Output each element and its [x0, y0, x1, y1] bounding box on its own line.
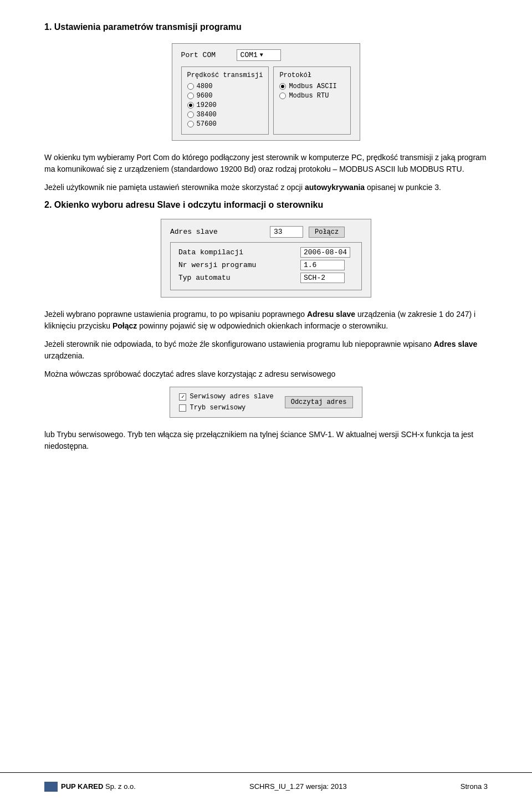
para2: Jeżeli użytkownik nie pamięta ustawień s…	[44, 182, 488, 193]
radio-4800-icon	[187, 83, 194, 90]
para4: Jeżeli sterownik nie odpowiada, to być m…	[44, 339, 488, 362]
slave-box-container: Adres slave 33 Połącz Data kompilacji 20…	[44, 219, 488, 298]
speed-9600-label: 9600	[197, 92, 213, 100]
port-com-box: Port COM COM1 ▼ Prędkość transmisji 4800	[172, 43, 361, 141]
speed-4800[interactable]: 4800	[187, 83, 263, 90]
para2-end: opisanej w punkcie 3.	[365, 183, 441, 192]
speed-38400-label: 38400	[197, 111, 217, 119]
para2-text: Jeżeli użytkownik nie pamięta ustawień s…	[44, 183, 305, 192]
service-box: Serwisowy adres slave Tryb serwisowy Odc…	[170, 387, 362, 418]
footer: PUP KARED Sp. z o.o. SCHRS_IU_1.27 wersj…	[0, 772, 532, 800]
company-suffix: Sp. z o.o.	[103, 782, 136, 791]
section1-title: 1. Ustawienia parametrów transmisji prog…	[44, 22, 488, 32]
info-section: Data kompilacji 2006-08-04 Nr wersji pro…	[170, 242, 362, 290]
service-mode-row[interactable]: Tryb serwisowy	[179, 404, 273, 412]
dropdown-arrow-icon: ▼	[260, 52, 263, 58]
service-address-label: Serwisowy adres slave	[190, 393, 273, 401]
service-address-row[interactable]: Serwisowy adres slave	[179, 393, 273, 401]
info-value-2: SCH-2	[300, 273, 345, 283]
page: 1. Ustawienia parametrów transmisji prog…	[0, 0, 532, 800]
speed-panel: Prędkość transmisji 4800 9600 19200	[181, 66, 269, 135]
slave-address-row: Adres slave 33 Połącz	[170, 226, 362, 238]
service-box-container: Serwisowy adres slave Tryb serwisowy Odc…	[44, 387, 488, 418]
info-label-0: Data kompilacji	[178, 248, 300, 257]
company-name: PUP KARED Sp. z o.o.	[61, 782, 136, 791]
read-address-button[interactable]: Odczytaj adres	[285, 396, 353, 408]
radio-38400-icon	[187, 111, 194, 118]
slave-address-label: Adres slave	[170, 228, 270, 236]
speed-19200[interactable]: 19200	[187, 101, 263, 109]
radio-57600-icon	[187, 121, 194, 127]
port-com-label: Port COM	[181, 51, 237, 59]
para3-bold1: Adresu slave	[307, 310, 355, 319]
protocol-panel-title: Protokół	[279, 71, 345, 79]
para1: W okienku tym wybieramy Port Com do któr…	[44, 152, 488, 175]
radio-9600-icon	[187, 93, 194, 99]
port-com-container: Port COM COM1 ▼ Prędkość transmisji 4800	[44, 43, 488, 141]
info-value-1: 1.6	[300, 260, 345, 270]
para4-text: Jeżeli sterownik nie odpowiada, to być m…	[44, 340, 434, 348]
para2-bold: autowykrywania	[305, 183, 365, 192]
protocol-modbus-rtu[interactable]: Modbus RTU	[279, 92, 345, 100]
footer-doc: SCHRS_IU_1.27 wersja: 2013	[249, 782, 347, 791]
info-label-1: Nr wersji programu	[178, 261, 300, 269]
para3-bold2: Połącz	[112, 321, 137, 330]
radio-modbus-ascii-icon	[279, 83, 286, 90]
connect-button[interactable]: Połącz	[309, 227, 345, 238]
speed-38400[interactable]: 38400	[187, 111, 263, 119]
footer-page: Strona 3	[461, 782, 488, 791]
info-row-2: Typ automatu SCH-2	[178, 273, 354, 283]
speed-panel-title: Prędkość transmisji	[187, 71, 263, 79]
para5: Można wówczas spróbować doczytać adres s…	[44, 368, 488, 380]
slave-address-value[interactable]: 33	[270, 226, 303, 238]
para3: Jeżeli wybrano poprawne ustawienia progr…	[44, 309, 488, 332]
para3-before: Jeżeli wybrano poprawne ustawienia progr…	[44, 310, 307, 319]
info-row-0: Data kompilacji 2006-08-04	[178, 247, 354, 258]
protocol-modbus-ascii-label: Modbus ASCII	[289, 83, 336, 90]
slave-box: Adres slave 33 Połącz Data kompilacji 20…	[161, 219, 371, 298]
company-logo-icon	[44, 782, 58, 792]
panels: Prędkość transmisji 4800 9600 19200	[181, 66, 351, 135]
speed-19200-label: 19200	[197, 101, 217, 109]
radio-19200-icon	[187, 102, 194, 109]
info-label-2: Typ automatu	[178, 274, 300, 282]
footer-left: PUP KARED Sp. z o.o.	[44, 782, 136, 792]
radio-modbus-rtu-icon	[279, 93, 286, 99]
service-mode-label: Tryb serwisowy	[190, 404, 245, 412]
para6: lub Trybu serwisowego. Tryb ten włącza s…	[44, 429, 488, 452]
speed-57600-label: 57600	[197, 120, 217, 128]
port-com-row: Port COM COM1 ▼	[181, 49, 351, 61]
service-mode-checkbox[interactable]	[179, 404, 186, 412]
company-bold: PUP KARED	[61, 782, 103, 791]
info-row-1: Nr wersji programu 1.6	[178, 260, 354, 270]
port-com-value: COM1	[241, 51, 258, 59]
speed-57600[interactable]: 57600	[187, 120, 263, 128]
para4-bold: Adres slave	[434, 340, 478, 348]
speed-9600[interactable]: 9600	[187, 92, 263, 100]
port-com-dropdown[interactable]: COM1 ▼	[237, 49, 281, 61]
info-value-0: 2006-08-04	[300, 247, 350, 258]
service-checkboxes: Serwisowy adres slave Tryb serwisowy	[179, 393, 273, 412]
protocol-modbus-rtu-label: Modbus RTU	[289, 92, 329, 100]
protocol-modbus-ascii[interactable]: Modbus ASCII	[279, 83, 345, 90]
para3-end: powinny pojawić się w odpowiednich okien…	[137, 321, 388, 330]
protocol-panel: Protokół Modbus ASCII Modbus RTU	[273, 66, 351, 135]
section2-title: 2. Okienko wyboru adresu Slave i odczytu…	[44, 200, 488, 210]
para4-end: urządzenia.	[44, 351, 84, 360]
speed-4800-label: 4800	[197, 83, 213, 90]
service-address-checkbox[interactable]	[179, 393, 186, 401]
